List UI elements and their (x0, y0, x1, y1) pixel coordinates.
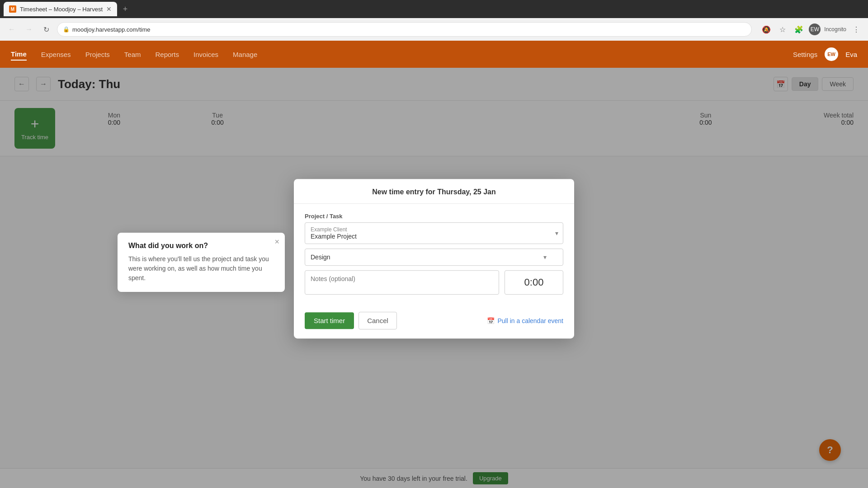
project-chevron-icon: ▾ (555, 230, 558, 237)
pull-calendar-link[interactable]: 📅 Pull in a calendar event (487, 317, 563, 324)
notes-input[interactable] (305, 270, 499, 295)
modal-body: Project / Task Example Client Example Pr… (294, 204, 574, 312)
nav-team[interactable]: Team (124, 49, 141, 60)
tab-bar: M Timesheet – Moodjoy – Harvest ✕ + (0, 0, 868, 18)
toolbar-icons: 🔕 ☆ 🧩 EW Incognito ⋮ (760, 23, 863, 36)
reload-button[interactable]: ↻ (40, 23, 52, 36)
modal-footer: Start timer Cancel 📅 Pull in a calendar … (294, 312, 574, 338)
user-name[interactable]: Eva (845, 51, 857, 58)
nav-time[interactable]: Time (11, 48, 27, 61)
header-right: Settings EW Eva (793, 47, 857, 61)
browser-toolbar: ← → ↻ 🔒 moodjoy.harvestapp.com/time 🔕 ☆ … (0, 18, 868, 41)
client-name: Example Client (311, 226, 547, 233)
project-name: Example Project (311, 233, 547, 240)
app-header: Time Expenses Projects Team Reports Invo… (0, 41, 868, 68)
time-input[interactable] (505, 270, 563, 295)
task-chevron-icon: ▾ (543, 253, 547, 261)
nav-projects[interactable]: Projects (85, 49, 110, 60)
tooltip-close-button[interactable]: × (274, 237, 279, 247)
profile-button[interactable]: EW (809, 23, 821, 35)
user-avatar: EW (825, 47, 838, 61)
task-selector-wrapper: Design ▾ (305, 249, 563, 266)
modal-title: New time entry for Thursday, 25 Jan (305, 188, 563, 196)
eye-slash-icon[interactable]: 🔕 (760, 23, 773, 36)
project-task-label: Project / Task (305, 213, 563, 220)
project-select[interactable]: Example Client Example Project ▾ (305, 222, 563, 244)
calendar-link-label: Pull in a calendar event (497, 317, 563, 324)
browser-chrome: M Timesheet – Moodjoy – Harvest ✕ + ← → … (0, 0, 868, 41)
address-bar[interactable]: 🔒 moodjoy.harvestapp.com/time (57, 22, 752, 37)
task-name: Design (311, 253, 330, 261)
notes-time-row (305, 270, 563, 295)
new-tab-button[interactable]: + (119, 3, 132, 15)
bookmark-icon[interactable]: ☆ (776, 23, 789, 36)
extensions-icon[interactable]: 🧩 (793, 23, 805, 36)
cancel-button[interactable]: Cancel (359, 312, 397, 329)
back-button[interactable]: ← (5, 23, 18, 36)
nav-manage[interactable]: Manage (233, 49, 257, 60)
main-content: ← → Today: Thu 📅 Day Week + Track time M… (0, 68, 868, 488)
calendar-icon: 📅 (487, 317, 495, 324)
new-time-entry-modal: New time entry for Thursday, 25 Jan Proj… (294, 179, 574, 338)
project-selector-wrapper: Example Client Example Project ▾ (305, 222, 563, 244)
forward-button[interactable]: → (23, 23, 35, 36)
tab-favicon: M (9, 5, 16, 13)
tooltip-body: This is where you'll tell us the project… (128, 254, 274, 283)
start-timer-button[interactable]: Start timer (305, 312, 354, 329)
url-text: moodjoy.harvestapp.com/time (72, 26, 150, 33)
task-select[interactable]: Design ▾ (305, 249, 563, 266)
nav-invoices[interactable]: Invoices (193, 49, 218, 60)
menu-icon[interactable]: ⋮ (850, 23, 863, 36)
lock-icon: 🔒 (63, 26, 70, 33)
tab-title: Timesheet – Moodjoy – Harvest (20, 6, 103, 13)
tooltip-title: What did you work on? (128, 242, 274, 250)
settings-link[interactable]: Settings (793, 51, 817, 58)
incognito-label: Incognito (824, 26, 846, 33)
modal-header: New time entry for Thursday, 25 Jan (294, 179, 574, 204)
active-tab[interactable]: M Timesheet – Moodjoy – Harvest ✕ (4, 2, 117, 16)
tab-close-button[interactable]: ✕ (106, 5, 112, 13)
tooltip-popover: × What did you work on? This is where yo… (118, 233, 285, 292)
nav-reports[interactable]: Reports (156, 49, 179, 60)
nav-expenses[interactable]: Expenses (41, 49, 71, 60)
